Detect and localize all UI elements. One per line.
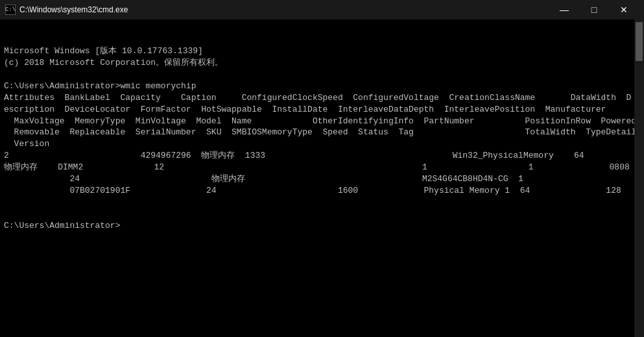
scrollbar[interactable]: [634, 19, 644, 337]
title-bar: C:\ C:\Windows\system32\cmd.exe — □ ✕: [0, 0, 644, 19]
window-title: C:\Windows\system32\cmd.exe: [19, 5, 128, 14]
console-body[interactable]: Microsoft Windows [版本 10.0.17763.1339] (…: [0, 19, 644, 337]
console-content: Microsoft Windows [版本 10.0.17763.1339] (…: [4, 45, 640, 232]
close-button[interactable]: ✕: [609, 0, 639, 19]
cmd-icon: C:\: [5, 5, 16, 15]
minimize-button[interactable]: —: [549, 0, 579, 19]
maximize-button[interactable]: □: [579, 0, 609, 19]
title-bar-left: C:\ C:\Windows\system32\cmd.exe: [5, 5, 128, 15]
scrollbar-thumb[interactable]: [636, 22, 643, 61]
window-controls: — □ ✕: [549, 0, 639, 19]
cmd-window: C:\ C:\Windows\system32\cmd.exe — □ ✕ Mi…: [0, 0, 644, 337]
